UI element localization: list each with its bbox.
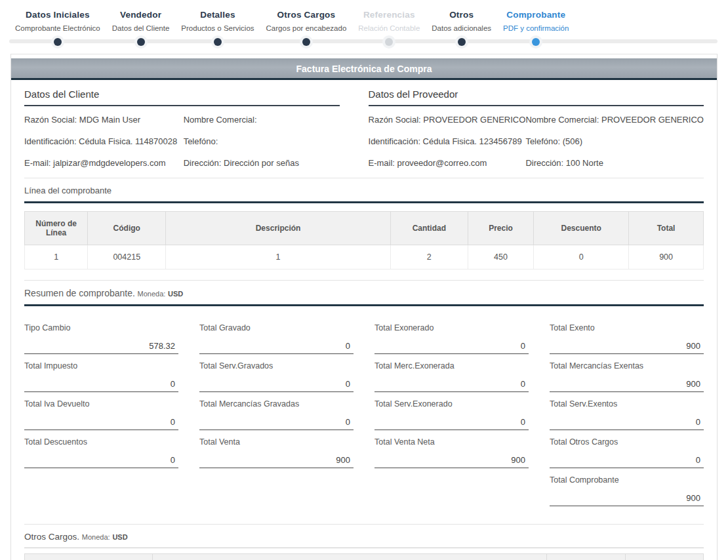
cell-descripcion: 1 bbox=[166, 245, 391, 270]
currency-label: Moneda: bbox=[138, 290, 166, 298]
field-total-serv-exonerado: Total Serv.Exonerado 0 bbox=[374, 399, 529, 430]
field-total-comprobante: Total Comprobante 900 bbox=[550, 475, 704, 506]
field-tipo-cambio: Tipo Cambio 578.32 bbox=[24, 323, 178, 354]
client-email: E-mail: jalpizar@mdgdevelopers.com bbox=[24, 152, 184, 174]
other-charges-heading-text: Otros Cargos. bbox=[24, 532, 79, 542]
field-total-serv-exentos: Total Serv.Exentos 0 bbox=[550, 399, 704, 430]
field-total-serv-gravados: Total Serv.Gravados 0 bbox=[199, 361, 354, 392]
field-total-exonerado: Total Exonerado 0 bbox=[374, 323, 529, 354]
cell-descuento: 0 bbox=[534, 245, 629, 270]
client-section: Datos del Cliente Razón Social: MDG Main… bbox=[24, 80, 340, 174]
step-subtitle: Comprobante Electrónico bbox=[15, 24, 100, 32]
provider-section: Datos del Proveedor Razón Social: PROVEE… bbox=[369, 80, 704, 174]
stepper-track bbox=[9, 39, 718, 43]
step-dot-icon[interactable] bbox=[458, 38, 466, 46]
line-section-heading: Línea del comprobante bbox=[24, 178, 704, 203]
col-codigo: Código bbox=[88, 212, 166, 245]
col-total: Total bbox=[629, 212, 704, 245]
step-title: Referencias bbox=[358, 10, 420, 20]
step-subtitle: Cargos por encabezado bbox=[266, 24, 347, 32]
col-porcentaje: Porcentaje bbox=[546, 554, 625, 560]
step-title: Datos Iniciales bbox=[15, 10, 100, 20]
currency-value: USD bbox=[168, 290, 183, 298]
client-telefono: Telefóno: bbox=[184, 130, 340, 152]
field-total-venta-neta: Total Venta Neta 900 bbox=[374, 437, 529, 468]
col-descripcion: Descripción bbox=[166, 212, 391, 245]
summary-grid: Tipo Cambio 578.32 Total Gravado 0 Total… bbox=[24, 323, 704, 513]
col-precio: Precio bbox=[468, 212, 533, 245]
table-row: 1 004215 1 2 450 0 900 bbox=[25, 245, 704, 270]
client-identificacion: Identificación: Cédula Fisica. 114870028 bbox=[24, 130, 184, 152]
table-header-row: Número de Línea Código Descripción Canti… bbox=[25, 212, 704, 245]
step-dot-icon[interactable] bbox=[532, 38, 540, 46]
step-subtitle: Datos adicionales bbox=[432, 24, 491, 32]
table-header-row: Tipo de documento Detalle Porcentaje Mon… bbox=[25, 554, 704, 560]
col-monto: Monto bbox=[625, 554, 703, 560]
summary-heading-text: Resumen de comprobante. bbox=[24, 288, 135, 298]
step-title: Otros Cargos bbox=[266, 10, 347, 20]
provider-identificacion: Identificación: Cédula Fisica. 123456789 bbox=[369, 130, 526, 152]
field-total-otros-cargos: Total Otros Cargos 0 bbox=[550, 437, 704, 468]
provider-razon-social: Razón Social: PROVEEDOR GENERICO bbox=[369, 109, 526, 130]
col-detalle: Detalle bbox=[152, 554, 546, 560]
col-cantidad: Cantidad bbox=[390, 212, 468, 245]
field-total-mercancias-exentas: Total Mercancías Exentas 900 bbox=[550, 361, 704, 392]
step-subtitle: Productos o Servicios bbox=[181, 24, 254, 32]
client-nombre-comercial: Nombre Comercial: bbox=[184, 109, 340, 130]
field-total-exento: Total Exento 900 bbox=[550, 323, 704, 354]
step-title: Vendedor bbox=[112, 10, 170, 20]
field-total-iva-devuelto: Total Iva Devuelto 0 bbox=[24, 399, 178, 430]
line-items-table: Número de Línea Código Descripción Canti… bbox=[24, 211, 704, 270]
client-direccion: Dirección: Dirección por señas bbox=[184, 152, 340, 174]
step-title: Detalles bbox=[181, 10, 254, 20]
col-descuento: Descuento bbox=[534, 212, 629, 245]
step-dot-icon[interactable] bbox=[54, 38, 62, 46]
cell-codigo: 004215 bbox=[88, 245, 166, 270]
client-razon-social: Razón Social: MDG Main User bbox=[24, 109, 184, 130]
cell-total: 900 bbox=[629, 245, 704, 270]
field-total-descuentos: Total Descuentos 0 bbox=[24, 437, 178, 468]
field-total-venta: Total Venta 900 bbox=[199, 437, 354, 468]
cell-precio: 450 bbox=[468, 245, 533, 270]
col-tipo-documento: Tipo de documento bbox=[25, 554, 153, 560]
cell-numero-linea: 1 bbox=[25, 245, 88, 270]
field-total-mercancias-gravadas: Total Mercancías Gravadas 0 bbox=[199, 399, 354, 430]
step-title: Comprobante bbox=[503, 10, 569, 20]
step-title: Otros bbox=[432, 10, 491, 20]
col-numero-linea: Número de Línea bbox=[25, 212, 88, 245]
client-heading: Datos del Cliente bbox=[24, 80, 340, 106]
provider-telefono: Telefóno: (506) bbox=[525, 130, 704, 152]
wizard-stepper: Datos Iniciales Comprobante Electrónico … bbox=[0, 0, 728, 52]
invoice-panel: Factura Electrónica de Compra Datos del … bbox=[10, 54, 718, 560]
currency-value: USD bbox=[112, 533, 127, 541]
provider-email: E-mail: proveedor@correo.com bbox=[369, 152, 526, 174]
field-total-impuesto: Total Impuesto 0 bbox=[24, 361, 178, 392]
parties-section: Datos del Cliente Razón Social: MDG Main… bbox=[24, 80, 704, 174]
provider-direccion: Dirección: 100 Norte bbox=[525, 152, 704, 174]
provider-heading: Datos del Proveedor bbox=[369, 80, 704, 106]
field-total-gravado: Total Gravado 0 bbox=[199, 323, 354, 354]
step-subtitle: PDF y confirmación bbox=[503, 24, 569, 32]
step-dot-icon bbox=[385, 38, 393, 46]
step-dot-icon[interactable] bbox=[137, 38, 145, 46]
other-charges-heading: Otros Cargos. Moneda: USD bbox=[24, 525, 704, 548]
provider-nombre-comercial: Nombre Comercial: PROVEEDOR GENERICO bbox=[525, 109, 704, 130]
currency-label: Moneda: bbox=[82, 533, 110, 541]
cell-cantidad: 2 bbox=[390, 245, 468, 270]
step-subtitle: Relación Contable bbox=[358, 24, 420, 32]
summary-heading: Resumen de comprobante. Moneda: USD bbox=[24, 281, 704, 306]
field-total-merc-exonerada: Total Merc.Exonerada 0 bbox=[374, 361, 529, 392]
panel-title: Factura Electrónica de Compra bbox=[11, 58, 717, 80]
other-charges-table: Tipo de documento Detalle Porcentaje Mon… bbox=[24, 553, 704, 560]
step-subtitle: Datos del Cliente bbox=[112, 24, 170, 32]
step-dot-icon[interactable] bbox=[302, 38, 310, 46]
step-dot-icon[interactable] bbox=[214, 38, 222, 46]
